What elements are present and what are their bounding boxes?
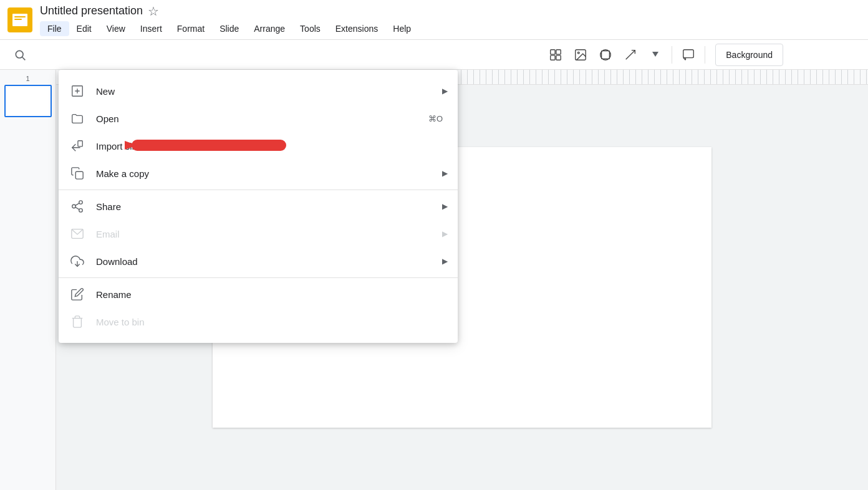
file-menu-move-to-bin: Move to bin: [59, 308, 458, 335]
svg-rect-9: [556, 55, 561, 59]
menu-arrange[interactable]: Arrange: [246, 21, 292, 36]
download-icon: [69, 252, 86, 270]
toolbar-divider-2: [705, 46, 705, 64]
title-area: Untitled presentation ☆ File Edit View I…: [40, 4, 861, 36]
file-menu-group-3: Rename Move to bin: [59, 278, 458, 338]
svg-point-27: [79, 209, 83, 213]
file-menu-rename[interactable]: Rename: [59, 281, 458, 308]
star-icon[interactable]: ☆: [148, 4, 159, 19]
svg-rect-3: [14, 19, 22, 20]
menu-view[interactable]: View: [99, 21, 133, 36]
file-menu-bin-label: Move to bin: [96, 317, 448, 327]
file-menu-download[interactable]: Download ▶: [59, 247, 458, 275]
slide-number: 1: [26, 75, 29, 82]
menu-bar: File Edit View Insert Format Slide Arran…: [40, 21, 861, 36]
doc-title-row: Untitled presentation ☆: [40, 4, 861, 19]
svg-rect-24: [75, 171, 83, 179]
file-menu-download-label: Download: [96, 256, 442, 267]
share-icon: [69, 198, 86, 215]
file-menu-dropdown: New ▶ Open ⌘O Import slides: [59, 70, 458, 343]
svg-line-28: [75, 207, 79, 209]
svg-rect-16: [683, 49, 694, 57]
file-menu-import-label: Import slides: [96, 141, 448, 151]
file-menu-group-2: Share ▶ Email ▶ Download ▶: [59, 190, 458, 278]
comment-icon[interactable]: [677, 44, 700, 66]
rename-icon: [69, 286, 86, 303]
slide-panel: 1: [0, 70, 56, 490]
file-menu-copy-label: Make a copy: [96, 168, 442, 179]
menu-edit[interactable]: Edit: [69, 21, 99, 36]
select-tool-icon[interactable]: [544, 44, 567, 66]
file-menu-email: Email ▶: [59, 220, 458, 247]
svg-rect-13: [602, 50, 610, 59]
file-menu-email-label: Email: [96, 229, 442, 239]
copy-arrow-icon: ▶: [442, 169, 448, 178]
copy-icon: [69, 165, 86, 182]
app-icon: [7, 7, 32, 32]
search-icon[interactable]: [7, 44, 32, 66]
file-menu-group-1: New ▶ Open ⌘O Import slides: [59, 75, 458, 190]
svg-rect-7: [556, 49, 561, 54]
menu-format[interactable]: Format: [170, 21, 212, 36]
svg-line-14: [626, 50, 635, 59]
email-arrow-icon: ▶: [442, 229, 448, 238]
file-menu-rename-label: Rename: [96, 289, 448, 300]
line-tool-dropdown-icon[interactable]: [644, 44, 667, 66]
menu-extensions[interactable]: Extensions: [328, 21, 385, 36]
file-menu-new-label: New: [96, 86, 442, 97]
svg-line-5: [22, 57, 26, 60]
svg-point-4: [16, 50, 23, 58]
toolbar-divider-1: [672, 46, 672, 64]
import-icon: [69, 137, 86, 155]
download-arrow-icon: ▶: [442, 257, 448, 266]
svg-line-29: [75, 203, 79, 206]
menu-file[interactable]: File: [40, 21, 69, 36]
line-tool-icon[interactable]: [619, 44, 642, 66]
file-menu-new[interactable]: New ▶: [59, 77, 458, 105]
new-presentation-icon: [69, 82, 86, 100]
trash-icon: [69, 313, 86, 330]
svg-marker-15: [652, 52, 658, 57]
email-icon: [69, 225, 86, 243]
menu-tools[interactable]: Tools: [292, 21, 328, 36]
menu-slide[interactable]: Slide: [212, 21, 246, 36]
image-icon[interactable]: [569, 44, 592, 66]
svg-point-25: [79, 201, 83, 204]
svg-point-11: [578, 52, 580, 54]
svg-rect-2: [14, 16, 26, 17]
file-menu-open[interactable]: Open ⌘O: [59, 105, 458, 132]
file-menu-copy[interactable]: Make a copy ▶: [59, 160, 458, 187]
shape-icon[interactable]: [594, 44, 617, 66]
menu-help[interactable]: Help: [385, 21, 418, 36]
file-menu-share-label: Share: [96, 201, 442, 212]
share-arrow-icon: ▶: [442, 202, 448, 211]
toolbar: Background: [0, 40, 868, 70]
slide-thumbnail[interactable]: [4, 85, 52, 117]
top-bar: Untitled presentation ☆ File Edit View I…: [0, 0, 868, 40]
doc-title[interactable]: Untitled presentation: [40, 4, 143, 17]
svg-rect-6: [551, 49, 555, 54]
file-menu-share[interactable]: Share ▶: [59, 193, 458, 220]
svg-rect-8: [551, 55, 555, 59]
svg-rect-23: [78, 141, 82, 147]
open-shortcut: ⌘O: [428, 114, 443, 123]
file-menu-import[interactable]: Import slides: [59, 132, 458, 160]
file-menu-open-label: Open: [96, 113, 428, 124]
folder-open-icon: [69, 110, 86, 127]
menu-insert[interactable]: Insert: [133, 21, 170, 36]
background-button[interactable]: Background: [715, 44, 783, 66]
new-arrow-icon: ▶: [442, 87, 448, 95]
svg-point-26: [72, 204, 76, 208]
